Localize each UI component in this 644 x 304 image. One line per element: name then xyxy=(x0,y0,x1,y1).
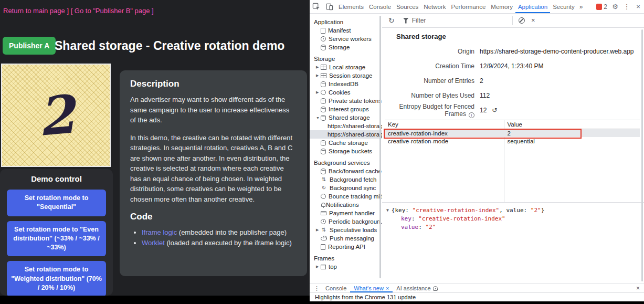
reset-budget-icon[interactable]: ↺ xyxy=(492,107,497,114)
sidebar-item-push-messaging[interactable]: Push messaging xyxy=(310,234,382,243)
database-icon xyxy=(321,81,326,87)
row-value: 2 xyxy=(504,130,510,137)
database-icon xyxy=(321,107,326,112)
tab-security[interactable]: Security xyxy=(550,0,577,13)
sidebar-item-notifications[interactable]: Notifications xyxy=(310,201,382,209)
tab-console[interactable]: Console xyxy=(366,0,394,13)
sidebar-item-session-storage[interactable]: ▶Session storage xyxy=(310,71,382,80)
delete-all-icon[interactable] xyxy=(519,17,525,24)
sidebar-item-manifest[interactable]: Manifest xyxy=(310,26,382,35)
description-paragraph: In this demo, the creative can be rotate… xyxy=(130,133,297,205)
preview-summary-line[interactable]: ▼{key: "creative-rotation-index", value:… xyxy=(386,206,644,215)
sidebar-item-shared-storage-origin-2[interactable]: https://shared-storage… xyxy=(310,130,382,139)
devtools-close-icon[interactable]: × xyxy=(632,0,644,13)
table-row[interactable]: creative-rotation-index 2 xyxy=(385,129,640,137)
storage-icon xyxy=(321,45,326,50)
sidebar-item-payment-handler[interactable]: Payment handler xyxy=(310,209,382,217)
drawer-tab-console[interactable]: Console xyxy=(322,284,350,292)
tab-elements[interactable]: Elements xyxy=(336,0,366,13)
devtools-tabbar: Elements Console Sources Network Perform… xyxy=(310,0,644,14)
link-suffix: (embedded into the publisher page) xyxy=(177,228,287,236)
section-header-frames[interactable]: Frames xyxy=(310,254,382,263)
sidebar-section-frames: Frames ▶top xyxy=(310,254,382,271)
expander-collapsed-icon[interactable]: ▶ xyxy=(316,228,321,232)
nav-links[interactable]: Return to main page ] [ Go to "Publisher… xyxy=(3,7,154,15)
database-icon xyxy=(321,140,326,146)
inspect-element-icon[interactable] xyxy=(310,0,323,13)
delete-selected-icon[interactable]: × xyxy=(531,16,535,24)
section-header-storage[interactable]: Storage xyxy=(310,55,382,63)
rotation-mode-weighted-button[interactable]: Set rotation mode to "Weighted distribut… xyxy=(7,261,106,296)
sidebar-item-bounce-tracking[interactable]: Bounce tracking miti… xyxy=(310,192,382,201)
expander-collapsed-icon[interactable]: ▶ xyxy=(316,65,321,69)
info-icon[interactable]: i xyxy=(469,112,474,118)
sidebar-item-private-state-tokens[interactable]: Private state tokens xyxy=(310,97,382,105)
filter-icon[interactable] xyxy=(403,18,409,24)
sidebar-scrollbar[interactable] xyxy=(379,16,381,278)
expander-collapsed-icon[interactable]: ▶ xyxy=(316,265,321,269)
kebab-menu-icon[interactable]: ⋮ xyxy=(621,0,632,13)
sidebar-item-storage[interactable]: Storage xyxy=(310,43,382,51)
sidebar-item-cache-storage[interactable]: Cache storage xyxy=(310,139,382,147)
entry-preview-pane: ▼{key: "creative-rotation-index", value:… xyxy=(382,202,644,284)
table-row[interactable]: creative-rotation-mode sequential xyxy=(385,137,640,145)
toolbar-divider xyxy=(512,16,513,25)
tab-sources[interactable]: Sources xyxy=(394,0,421,13)
meta-value: 2 xyxy=(480,77,483,85)
sidebar-item-frame-top[interactable]: ▶top xyxy=(310,263,382,271)
sidebar-item-shared-storage-origin-1[interactable]: https://shared-storage… xyxy=(310,122,382,130)
drawer-tab-ai-assistance[interactable]: AI assistance xyxy=(393,284,441,292)
meta-value: 112 xyxy=(480,92,490,99)
tab-memory[interactable]: Memory xyxy=(488,0,515,13)
sidebar-item-interest-groups[interactable]: Interest groups xyxy=(310,105,382,113)
metadata-report: Origin https://shared-storage-demo-conte… xyxy=(382,44,644,118)
issues-count: 2 xyxy=(604,3,607,11)
description-paragraph: An advertiser may want to show different… xyxy=(130,95,297,125)
payment-card-icon xyxy=(321,211,326,215)
tab-network[interactable]: Network xyxy=(421,0,448,13)
expander-expanded-icon[interactable]: ▼ xyxy=(386,208,389,213)
tab-application[interactable]: Application xyxy=(515,0,550,13)
tab-performance[interactable]: Performance xyxy=(449,0,489,13)
filter-label[interactable]: Filter xyxy=(412,17,426,24)
refresh-icon[interactable]: ↻ xyxy=(388,16,395,25)
sidebar-item-background-fetch[interactable]: ⇅Background fetch xyxy=(310,175,382,184)
column-header-value[interactable]: Value xyxy=(504,121,522,128)
sidebar-item-local-storage[interactable]: ▶Local storage xyxy=(310,63,382,71)
expander-collapsed-icon[interactable]: ▶ xyxy=(316,74,321,78)
more-tabs-icon[interactable]: » xyxy=(577,0,585,13)
worklet-link[interactable]: Worklet xyxy=(142,239,165,247)
expander-collapsed-icon[interactable]: ▶ xyxy=(316,90,321,95)
meta-row-origin: Origin https://shared-storage-demo-conte… xyxy=(382,44,644,59)
rotation-mode-sequential-button[interactable]: Set rotation mode to "Sequential" xyxy=(7,190,106,216)
section-header-application[interactable]: Application xyxy=(310,18,382,26)
tab-close-icon[interactable]: × xyxy=(386,285,389,291)
column-header-key[interactable]: Key xyxy=(385,121,504,128)
sidebar-item-indexeddb[interactable]: IndexedDB xyxy=(310,80,382,88)
device-toolbar-icon[interactable] xyxy=(323,0,336,13)
rotation-mode-even-button[interactable]: Set rotation mode to "Even distribution"… xyxy=(7,221,106,257)
sidebar-item-speculative-loads[interactable]: ▶⇅Speculative loads xyxy=(310,226,382,234)
sidebar-item-periodic-background-sync[interactable]: Periodic backgroun… xyxy=(310,217,382,226)
tabbar-spacer xyxy=(585,0,594,13)
settings-gear-icon[interactable]: ⚙ xyxy=(609,0,621,13)
panel-scrollbar[interactable] xyxy=(641,29,643,281)
drawer-tab-whats-new[interactable]: What's new× xyxy=(350,284,393,292)
sidebar-item-background-sync[interactable]: ↻Background sync xyxy=(310,184,382,192)
database-icon xyxy=(321,149,326,154)
issues-badge[interactable]: 2 xyxy=(594,0,609,13)
iframe-logic-link[interactable]: Iframe logic xyxy=(142,228,177,236)
sidebar-item-cookies[interactable]: ▶Cookies xyxy=(310,88,382,97)
sidebar-section-storage: Storage ▶Local storage ▶Session storage … xyxy=(310,55,382,155)
sidebar-item-reporting-api[interactable]: Reporting API xyxy=(310,243,382,251)
sidebar-item-shared-storage[interactable]: ▼Shared storage xyxy=(310,113,382,122)
drawer-close-icon[interactable]: × xyxy=(636,285,640,292)
section-header-background-services[interactable]: Background services xyxy=(310,159,382,167)
expander-expanded-icon[interactable]: ▼ xyxy=(316,116,321,120)
sidebar-item-back-forward-cache[interactable]: Back/forward cache xyxy=(310,167,382,175)
panel-toolbar: ↻ Filter × xyxy=(382,14,644,28)
sidebar-item-storage-buckets[interactable]: Storage buckets xyxy=(310,147,382,155)
sidebar-item-service-workers[interactable]: Service workers xyxy=(310,35,382,43)
drawer-kebab-menu-icon[interactable]: ⋮ xyxy=(314,285,320,292)
row-key: creative-rotation-index xyxy=(385,130,504,137)
